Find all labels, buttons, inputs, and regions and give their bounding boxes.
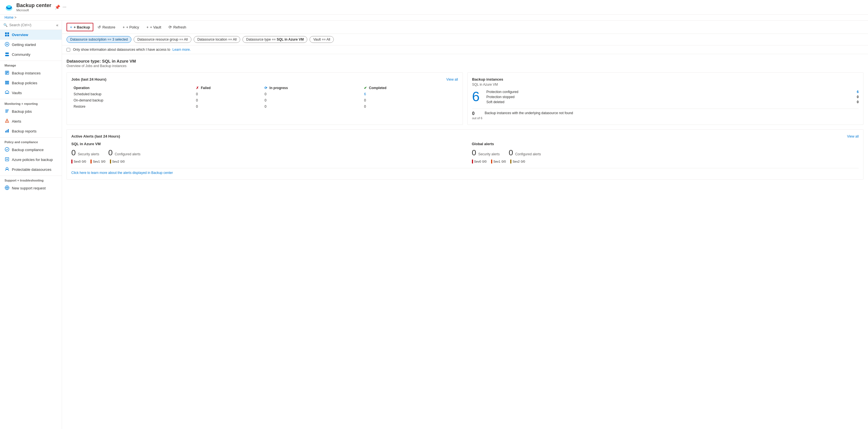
sidebar-item-label-protectable: Protectable datasources (12, 167, 51, 172)
backup-compliance-icon (4, 147, 9, 152)
job-completed[interactable]: 6 (362, 91, 458, 97)
support-section-label: Support + troubleshooting (0, 176, 62, 183)
alerts-footer-link[interactable]: Click here to learn more about the alert… (71, 171, 173, 175)
global-alerts-title: Global alerts (472, 142, 859, 146)
sql-security-label: Security alerts (78, 152, 99, 156)
backup-button[interactable]: + + Backup (66, 23, 93, 31)
sql-sev0-label: Sev0 (73, 160, 81, 163)
sidebar-item-backup-reports[interactable]: Backup reports (0, 126, 62, 136)
protection-stopped-label: Protection stopped (486, 95, 515, 99)
sidebar-item-new-support[interactable]: New support request (0, 183, 62, 193)
refresh-icon: ⟳ (168, 25, 172, 29)
policy-plus-icon: + (123, 25, 125, 29)
collapse-icon[interactable]: « (56, 23, 58, 27)
policy-button[interactable]: + + Policy (120, 23, 142, 31)
bi-footer-num: 0 (472, 111, 475, 116)
backup-instances-icon (4, 70, 9, 76)
filter-pill-datasource-type[interactable]: Datasource type == SQL in Azure VM (243, 36, 307, 43)
job-inprogress: 0 (262, 91, 362, 97)
filter-label-datasource-type: Datasource type == SQL in Azure VM (246, 37, 304, 41)
backup-reports-icon (4, 128, 9, 134)
sql-security-count: 0 (71, 148, 76, 157)
bi-footer-desc: Backup instances with the underlying dat… (485, 111, 859, 115)
section-title: Datasource type: SQL in Azure VM (66, 59, 864, 63)
filter-pill-vault[interactable]: Vault == All (310, 36, 334, 43)
sql-sev2-label: Sev2 (112, 160, 119, 163)
access-checkbox[interactable] (66, 48, 70, 52)
toolbar: + + Backup ↺ Restore + + Policy + + Vaul… (62, 21, 868, 34)
alerts-footer: Click here to learn more about the alert… (71, 168, 859, 175)
restore-label: Restore (102, 25, 115, 29)
global-sev1-value: 0/0 (501, 160, 506, 163)
sidebar-item-azure-policies[interactable]: Azure policies for backup (0, 155, 62, 164)
sidebar-item-label-overview: Overview (12, 33, 28, 37)
jobs-view-all-link[interactable]: View all (446, 78, 458, 82)
sql-configured-label: Configured alerts (115, 152, 141, 156)
bi-big-number: 6 (472, 90, 480, 103)
sidebar-item-label-community: Community (12, 53, 30, 57)
backup-plus-icon: + (70, 25, 72, 29)
access-label: Only show information about datasources … (73, 48, 170, 52)
svg-rect-26 (5, 131, 6, 132)
refresh-button[interactable]: ⟳ Refresh (165, 23, 189, 31)
svg-rect-6 (7, 35, 9, 36)
gsev2-indicator (510, 159, 512, 163)
svg-rect-14 (6, 71, 8, 72)
sidebar: 🔍 « Overview Getting started (0, 21, 62, 429)
global-configured-count: 0 (508, 148, 513, 157)
azure-policies-icon (4, 157, 9, 162)
sidebar-item-overview[interactable]: Overview (0, 30, 62, 40)
gsev1-indicator (491, 159, 492, 163)
global-security-count: 0 (472, 148, 476, 157)
alerts-view-all-link[interactable]: View all (847, 134, 859, 139)
col-failed: ✗ Failed (194, 85, 262, 91)
filter-pill-resource-group[interactable]: Datasource resource group == All (134, 36, 191, 43)
svg-rect-24 (7, 120, 7, 121)
job-operation: On-demand backup (71, 97, 194, 103)
sidebar-item-label-vaults: Vaults (12, 91, 22, 95)
jobs-card: Jobs (last 24 Hours) View all Operation … (66, 72, 463, 125)
sidebar-item-backup-jobs[interactable]: Backup jobs (0, 106, 62, 116)
sidebar-item-alerts[interactable]: Alerts (0, 116, 62, 126)
pin-icon[interactable]: 📌 (55, 4, 60, 10)
sidebar-item-community[interactable]: Community (0, 50, 62, 59)
job-operation: Restore (71, 103, 194, 110)
sidebar-item-vaults[interactable]: Vaults (0, 88, 62, 98)
global-sev0-value: 0/0 (482, 160, 487, 163)
sidebar-item-backup-policies[interactable]: Backup policies (0, 78, 62, 88)
bi-card-subtitle: SQL in Azure VM (472, 83, 859, 87)
filter-label-vault: Vault == All (313, 37, 330, 41)
global-sev1: Sev1 0/0 (491, 159, 506, 163)
global-alerts-section: Global alerts 0 Security alerts 0 Config… (472, 142, 859, 163)
sidebar-item-backup-compliance[interactable]: Backup compliance (0, 145, 62, 155)
section-subtitle: Overview of Jobs and Backup instances (66, 64, 864, 68)
jobs-table: Operation ✗ Failed ⟳ In progress (71, 85, 458, 110)
learn-more-link[interactable]: Learn more. (173, 48, 191, 52)
sidebar-item-label-backup-jobs: Backup jobs (12, 110, 32, 114)
bi-footer: 0 out of 6 Backup instances with the und… (472, 109, 859, 120)
restore-button[interactable]: ↺ Restore (94, 23, 118, 31)
vault-button[interactable]: + + Vault (143, 23, 164, 31)
sql-sev2-value: 0/0 (120, 160, 125, 163)
filter-pill-location[interactable]: Datasource location == All (194, 36, 240, 43)
breadcrumb-home[interactable]: Home (4, 16, 13, 20)
svg-rect-27 (7, 130, 8, 132)
col-in-progress: ⟳ In progress (262, 85, 362, 91)
sidebar-item-protectable[interactable]: Protectable datasources (0, 164, 62, 175)
monitoring-section-label: Monitoring + reporting (0, 99, 62, 106)
vault-plus-icon: + (146, 25, 149, 29)
filter-bar: Datasource subscription == 3 selected Da… (62, 34, 868, 45)
sidebar-item-getting-started[interactable]: Getting started (0, 40, 62, 50)
table-row: On-demand backup 0 0 0 (71, 97, 458, 103)
sidebar-item-label-backup-policies: Backup policies (12, 81, 37, 85)
global-sev2-label: Sev2 (513, 160, 520, 163)
sidebar-item-backup-instances[interactable]: Backup instances (0, 68, 62, 78)
filter-label-resource-group: Datasource resource group == All (137, 37, 188, 41)
svg-rect-16 (6, 73, 7, 74)
svg-rect-3 (5, 32, 7, 34)
sidebar-search-input[interactable] (9, 23, 54, 27)
ellipsis-icon[interactable]: ··· (63, 4, 66, 10)
filter-pill-subscription[interactable]: Datasource subscription == 3 selected (66, 36, 131, 43)
sql-sev2: Sev2 0/0 (110, 159, 125, 163)
svg-point-33 (6, 187, 8, 188)
